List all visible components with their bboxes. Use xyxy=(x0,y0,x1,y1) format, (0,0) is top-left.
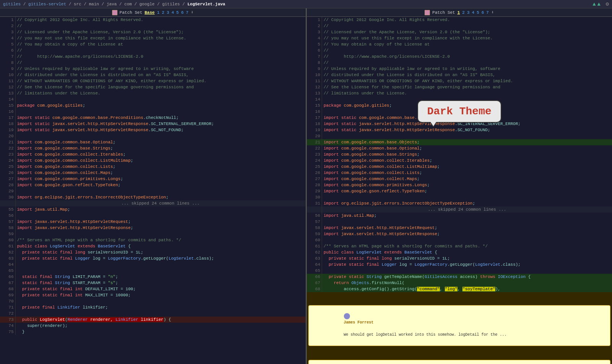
gear-icon[interactable]: ⚙ xyxy=(606,1,609,7)
right-patch-2[interactable]: 2 xyxy=(462,10,465,15)
left-file-icon xyxy=(112,10,117,15)
comment-content-1: We should get logDetail worked into this… xyxy=(344,333,507,337)
right-patch-label: Patch Set xyxy=(432,10,455,15)
right-patch-4[interactable]: 4 xyxy=(472,10,475,15)
left-patch-base[interactable]: Base xyxy=(145,10,155,15)
right-download-icon[interactable]: ⬇ xyxy=(491,10,494,15)
right-patch-1[interactable]: 1 xyxy=(457,10,460,15)
right-pane-header: Patch Set 1 2 3 4 5 6 7 ⬇ xyxy=(307,8,612,17)
avatar-1 xyxy=(344,313,350,319)
comment-bubble-1: James Forrest We should get logDetail wo… xyxy=(308,305,611,346)
filename: LogServlet.java xyxy=(187,2,225,6)
nav-prev-icon[interactable]: ▲ xyxy=(592,1,596,7)
nav-arrows: ▲ ▲ xyxy=(592,1,601,7)
right-patch-7[interactable]: 7 xyxy=(486,10,489,15)
comment-text-1 xyxy=(344,327,351,331)
right-pane: Dark Theme Patch Set 1 2 3 4 5 6 7 ⬇ 1//… xyxy=(307,8,612,364)
right-patch-5[interactable]: 5 xyxy=(477,10,479,15)
right-code-table: 1// Copyright 2012 Google Inc. All Right… xyxy=(307,17,612,364)
left-patch-4[interactable]: 4 xyxy=(171,10,174,15)
right-file-icon xyxy=(425,10,430,15)
left-pane: Patch Set Base 1 2 3 4 5 6 7 ⬇ 1// Copyr… xyxy=(0,8,306,364)
breadcrumb-link-gitiles[interactable]: gitiles xyxy=(3,2,21,6)
left-patch-5[interactable]: 5 xyxy=(176,10,179,15)
right-patch-6[interactable]: 6 xyxy=(482,10,484,15)
left-patch-3[interactable]: 3 xyxy=(167,10,169,15)
left-patch-7[interactable]: 7 xyxy=(186,10,189,15)
right-patch-3[interactable]: 3 xyxy=(467,10,470,15)
nav-next-icon[interactable]: ▲ xyxy=(597,1,601,7)
left-patch-2[interactable]: 2 xyxy=(162,10,164,15)
breadcrumb: gitiles / gitiles-servlet / src / main /… xyxy=(3,2,225,6)
comment-bubble-2: Laurie Zhao I defer to your judgement. C… xyxy=(308,360,611,364)
left-patch-1[interactable]: 1 xyxy=(157,10,160,15)
diff-container: Patch Set Base 1 2 3 4 5 6 7 ⬇ 1// Copyr… xyxy=(0,8,612,364)
breadcrumb-link-servlet[interactable]: gitiles-servlet xyxy=(28,2,66,6)
top-bar: gitiles / gitiles-servlet / src / main /… xyxy=(0,0,612,8)
left-patch-label: Patch Set xyxy=(120,10,142,15)
commenter-name-1: James Forrest xyxy=(344,320,374,325)
left-patch-6[interactable]: 6 xyxy=(181,10,184,15)
left-pane-header: Patch Set Base 1 2 3 4 5 6 7 ⬇ xyxy=(0,8,306,17)
left-download-icon[interactable]: ⬇ xyxy=(191,10,194,15)
left-code-table: 1// Copyright 2012 Google Inc. All Right… xyxy=(0,17,306,335)
comment-row: James Forrest We should get logDetail wo… xyxy=(307,292,612,364)
